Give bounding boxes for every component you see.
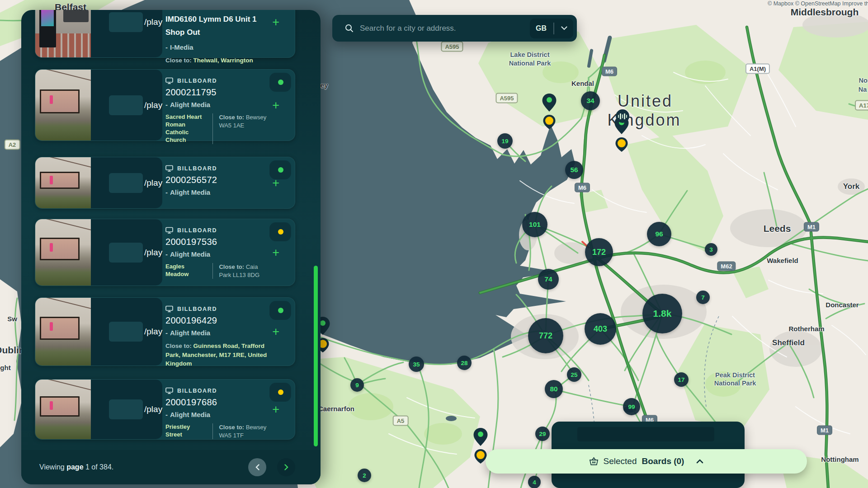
- status-dot: [278, 229, 283, 235]
- road-shield: M6: [602, 67, 617, 76]
- board-card[interactable]: /play BILLBOARD 2000211795-Alight Media …: [35, 69, 295, 141]
- board-photo: [35, 10, 91, 57]
- map-label: Middlesbrough: [791, 7, 859, 18]
- add-board-button[interactable]: +: [272, 404, 279, 416]
- redacted-panel-text: [577, 427, 714, 441]
- map-cluster[interactable]: 96: [647, 222, 671, 246]
- board-card[interactable]: /play BILLBOARD 2000196429-Alight MediaC…: [35, 297, 295, 366]
- divider: [553, 23, 554, 34]
- search-bar: GB: [332, 15, 577, 42]
- board-id: 2000256572: [165, 175, 269, 185]
- status-dot: [278, 80, 283, 85]
- add-board-button[interactable]: +: [272, 99, 279, 111]
- map-cluster[interactable]: 28: [457, 356, 472, 370]
- road-shield: M62: [717, 262, 736, 271]
- board-location: Priestley Street Close to: Bewsey WA5 1T…: [165, 423, 269, 439]
- search-input[interactable]: [360, 24, 530, 33]
- road-shield: M1: [817, 426, 832, 435]
- media-owner: -Alight Media: [165, 411, 269, 418]
- app-stage: © Mapbox © OpenStreetMap Improve this ma…: [0, 0, 868, 488]
- play-price-label: /play: [144, 327, 162, 337]
- map-cluster[interactable]: 3: [705, 243, 717, 256]
- add-board-button[interactable]: +: [272, 326, 279, 338]
- sidebar-scrollbar[interactable]: [314, 266, 318, 446]
- map-cluster[interactable]: 99: [623, 398, 640, 415]
- map-cluster[interactable]: 4: [528, 476, 541, 488]
- board-type-label: BILLBOARD: [165, 387, 269, 394]
- map-attribution[interactable]: © Mapbox © OpenStreetMap Improve this ma…: [768, 0, 868, 7]
- billboard-icon: [165, 77, 173, 84]
- board-card[interactable]: /play IMD6160 Lymm D6 Unit 1Shop Out-I-M…: [35, 10, 295, 58]
- location-name: Eagles Meadow: [165, 263, 207, 279]
- map-cluster[interactable]: 29: [535, 427, 550, 441]
- price-redacted: [109, 322, 143, 342]
- board-card[interactable]: /play BILLBOARD 2000256572-Alight Media …: [35, 157, 295, 209]
- country-selector[interactable]: GB: [530, 19, 573, 38]
- add-board-button[interactable]: +: [272, 246, 279, 258]
- map-cluster[interactable]: 403: [585, 313, 616, 345]
- status-dot: [278, 389, 283, 395]
- board-id: 2000211795: [165, 87, 269, 98]
- map-pin-yellow[interactable]: [542, 114, 556, 131]
- price-media-box: /play: [91, 298, 162, 366]
- map-cluster[interactable]: 7: [696, 291, 710, 304]
- map-label: Sw: [7, 315, 17, 323]
- country-code: GB: [536, 24, 547, 33]
- map-cluster[interactable]: 19: [497, 133, 513, 149]
- media-owner: -Alight Media: [165, 250, 269, 258]
- board-photo: [35, 298, 91, 366]
- map-pin-green[interactable]: [542, 93, 557, 114]
- board-card[interactable]: /play BILLBOARD 2000197686-Alight Media …: [35, 379, 295, 440]
- price-media-box: /play: [91, 380, 162, 439]
- map-cluster[interactable]: 9: [350, 378, 364, 392]
- location-name: Sacred Heart Roman Catholic Church: [165, 113, 207, 144]
- board-id: 2000197536: [165, 237, 269, 247]
- map-label: Wakefield: [767, 257, 798, 264]
- map-label: National Park: [714, 380, 756, 387]
- map-label: Sheffield: [772, 338, 805, 347]
- map-cluster[interactable]: 2: [358, 469, 371, 482]
- map-pin-yellow[interactable]: [615, 137, 628, 154]
- selected-boards-button[interactable]: Selected Boards (0): [486, 449, 807, 474]
- billboard-icon: [165, 387, 173, 394]
- price-redacted: [109, 399, 143, 419]
- board-location: Eagles Meadow Close to: Caia Park LL13 8…: [165, 263, 269, 279]
- equalizer-marker-icon[interactable]: [616, 109, 629, 123]
- map-pin-green[interactable]: [473, 427, 488, 448]
- map-cluster[interactable]: 35: [409, 357, 424, 372]
- map-cluster[interactable]: 772: [528, 318, 563, 353]
- road-shield: A5: [393, 416, 409, 426]
- add-board-button[interactable]: +: [272, 16, 279, 28]
- map-cluster[interactable]: 1.8k: [642, 294, 682, 333]
- map-label: Na: [859, 86, 867, 93]
- media-owner: -Alight Media: [165, 188, 269, 196]
- map-cluster[interactable]: 80: [545, 380, 563, 398]
- billboard-icon: [165, 165, 173, 172]
- map-cluster[interactable]: 172: [585, 238, 613, 266]
- play-price-label: /play: [144, 178, 162, 188]
- board-type-label: BILLBOARD: [165, 227, 269, 234]
- billboard-icon: [165, 227, 173, 234]
- pagination-text: Viewing page 1 of 384.: [39, 463, 113, 471]
- map-cluster[interactable]: 74: [538, 269, 559, 290]
- road-shield: A2: [5, 140, 20, 150]
- divider: [212, 113, 213, 144]
- divider: [212, 423, 213, 439]
- map-cluster[interactable]: 56: [565, 161, 583, 179]
- map-cluster[interactable]: 25: [567, 367, 581, 382]
- divider: [212, 263, 213, 279]
- price-redacted: [109, 243, 143, 263]
- board-card[interactable]: /play BILLBOARD 2000197536-Alight Media …: [35, 219, 295, 286]
- map-cluster[interactable]: 101: [522, 212, 547, 237]
- close-to: Close to: Bewsey WA5 1TF: [219, 423, 269, 439]
- prev-page-button[interactable]: [248, 458, 266, 476]
- price-media-box: /play: [91, 157, 162, 208]
- price-redacted: [109, 173, 143, 193]
- next-page-button[interactable]: [277, 458, 295, 476]
- road-shield: M6: [575, 183, 590, 192]
- chevron-right-icon: [284, 464, 288, 470]
- map-cluster[interactable]: 17: [674, 372, 689, 387]
- road-shield: M1: [804, 222, 819, 232]
- play-price-label: /play: [144, 248, 162, 258]
- map-cluster[interactable]: 34: [581, 91, 600, 110]
